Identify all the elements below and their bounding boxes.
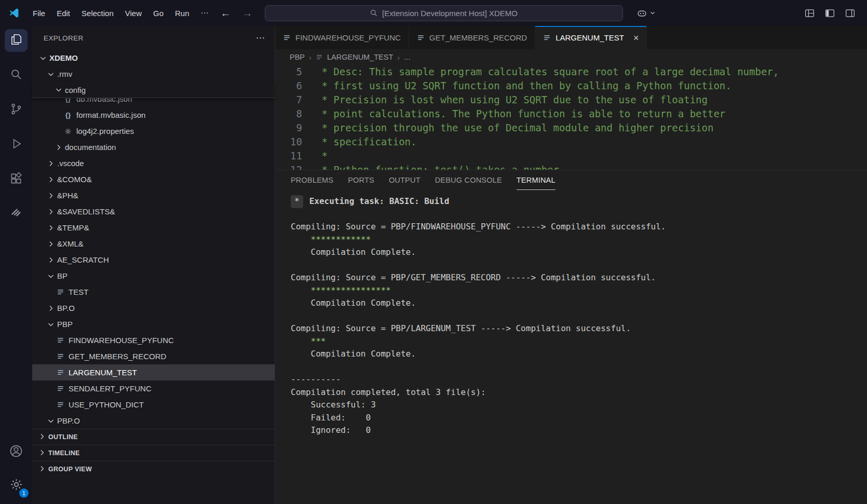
tab-label: LARGENUM_TEST: [556, 33, 624, 42]
tree-item-ae-scratch[interactable]: AE_SCRATCH: [32, 252, 275, 268]
tree-item-config[interactable]: config: [32, 82, 275, 98]
tree-item-findwarehouse-pyfunc[interactable]: FINDWAREHOUSE_PYFUNC: [32, 332, 275, 348]
settings-button[interactable]: 1: [5, 474, 28, 497]
breadcrumb-file[interactable]: LARGENUM_TEST: [327, 53, 393, 61]
panel-tab-terminal[interactable]: TERMINAL: [517, 170, 556, 190]
menubar: FileEditSelectionViewGoRun: [27, 5, 195, 21]
tree-item-db-mvbasic-json[interactable]: {}db.mvbasic.json: [32, 98, 275, 107]
tree-item-vscode[interactable]: .vscode: [32, 155, 275, 171]
code-line: 11 *: [275, 149, 867, 163]
tree-item-get-members-record[interactable]: GET_MEMBERS_RECORD: [32, 348, 275, 364]
editor-tab-get-members-record[interactable]: GET_MEMBERS_RECORD: [409, 26, 535, 49]
code-line: 8 * point calculations. The Python funct…: [275, 107, 867, 121]
tree-item-xml[interactable]: &XML&: [32, 236, 275, 252]
chevron-down-icon: [46, 272, 55, 280]
terminal-line: Compilation Complete.: [291, 297, 867, 310]
extensions-activity-button[interactable]: [5, 168, 28, 191]
tree-item-temp[interactable]: &TEMP&: [32, 220, 275, 236]
tree-item-como[interactable]: &COMO&: [32, 171, 275, 187]
terminal-line: [291, 208, 867, 221]
tree-item-largenum-test[interactable]: LARGENUM_TEST: [32, 364, 275, 380]
terminal[interactable]: *Executing task: BASIC: BuildCompiling: …: [275, 190, 867, 504]
tree-item-xdemo[interactable]: XDEMO: [32, 50, 275, 66]
tree-item-label: SENDALERT_PYFUNC: [69, 384, 152, 393]
chevron-right-icon: [46, 159, 55, 168]
editor-tab-largenum-test[interactable]: LARGENUM_TEST×: [535, 26, 647, 49]
run-debug-activity-button[interactable]: [5, 133, 28, 156]
terminal-line: *Executing task: BASIC: Build: [291, 195, 867, 208]
menu-edit[interactable]: Edit: [51, 5, 76, 21]
code-line: 5 * Desc: This sample program calculates…: [275, 65, 867, 79]
section-outline[interactable]: OUTLINE: [32, 429, 275, 445]
tree-item-label: &SAVEDLISTS&: [57, 207, 115, 216]
account-button[interactable]: [5, 441, 28, 464]
section-timeline[interactable]: TIMELINE: [32, 445, 275, 461]
chevron-right-icon: [46, 224, 55, 232]
code-text: * specification.: [316, 135, 416, 149]
tree-item-label: LARGENUM_TEST: [69, 368, 137, 377]
tree-item-format-mvbasic-json[interactable]: {}format.mvbasic.json: [32, 107, 275, 123]
customize-layout-icon[interactable]: [804, 8, 815, 19]
tree-item-pbp[interactable]: PBP: [32, 316, 275, 332]
mv-file-icon: [56, 288, 65, 296]
tree-item-ph[interactable]: &PH&: [32, 187, 275, 203]
panel-tab-output[interactable]: OUTPUT: [389, 170, 421, 190]
mv-file-icon: [56, 401, 65, 408]
tab-close-icon[interactable]: ×: [633, 33, 639, 43]
json-file-icon: {}: [63, 98, 73, 103]
forward-icon[interactable]: →: [237, 7, 259, 19]
command-center[interactable]: [Extension Development Host] XDEMO: [265, 5, 623, 21]
tree-item-documentation[interactable]: documentation: [32, 139, 275, 155]
breadcrumb-folder[interactable]: PBP: [290, 53, 305, 61]
menu-view[interactable]: View: [119, 5, 147, 21]
mv-file-icon: [316, 53, 323, 61]
menu-file[interactable]: File: [27, 5, 51, 21]
tree-item-test[interactable]: TEST: [32, 284, 275, 300]
search-activity-button[interactable]: [5, 64, 28, 87]
menu-selection[interactable]: Selection: [76, 5, 119, 21]
copilot-button[interactable]: [636, 8, 656, 19]
rocket-mv-activity-button[interactable]: [5, 203, 28, 226]
terminal-line: Compiling: Source = PBP/GET_MEMBERS_RECO…: [291, 271, 867, 284]
explorer-sidebar: EXPLORER ⋯ XDEMO.rmvconfig{}db.mvbasic.j…: [32, 26, 275, 504]
editor-tab-bar: FINDWAREHOUSE_PYFUNCGET_MEMBERS_RECORDLA…: [275, 26, 867, 49]
back-icon[interactable]: ←: [215, 7, 237, 19]
mv-file-icon: [417, 34, 425, 42]
tree-item-pbp-o[interactable]: PBP.O: [32, 413, 275, 429]
panel-tab-problems[interactable]: PROBLEMS: [291, 170, 333, 190]
search-icon: [370, 9, 378, 17]
toggle-sidebar-icon[interactable]: [824, 8, 835, 19]
code-text: * precision through the use of Decimal m…: [316, 121, 713, 135]
breadcrumb-more[interactable]: ...: [404, 53, 410, 61]
tree-item-bp[interactable]: BP: [32, 268, 275, 284]
explorer-activity-button[interactable]: [5, 29, 28, 52]
code-text: *: [316, 149, 328, 163]
menu-go[interactable]: Go: [147, 5, 169, 21]
terminal-line: ****************: [291, 284, 867, 297]
tree-item-savedlists[interactable]: &SAVEDLISTS&: [32, 203, 275, 220]
panel-tab-debug-console[interactable]: DEBUG CONSOLE: [435, 170, 502, 190]
tree-item-bp-o[interactable]: BP.O: [32, 300, 275, 316]
section-group-view[interactable]: GROUP VIEW: [32, 461, 275, 477]
more-menu-button[interactable]: ⋯: [195, 5, 215, 21]
tree-item-sendalert-pyfunc[interactable]: SENDALERT_PYFUNC: [32, 380, 275, 397]
gear-file-icon: [63, 128, 73, 135]
tree-item-label: db.mvbasic.json: [76, 98, 132, 103]
tree-item-label: GET_MEMBERS_RECORD: [69, 352, 166, 361]
task-text: Executing task: BASIC: Build: [309, 196, 450, 206]
tree-item-log4j2-properties[interactable]: log4j2.properties: [32, 123, 275, 139]
vscode-logo: [8, 7, 20, 19]
chevron-right-icon: [38, 448, 46, 458]
section-label: GROUP VIEW: [48, 466, 92, 473]
editor-tab-findwarehouse-pyfunc[interactable]: FINDWAREHOUSE_PYFUNC: [275, 26, 409, 49]
tree-item-label: &PH&: [57, 191, 78, 200]
tree-item-rmv[interactable]: .rmv: [32, 66, 275, 82]
tree-item-use-python-dict[interactable]: USE_PYTHON_DICT: [32, 397, 275, 413]
toggle-secondary-sidebar-icon[interactable]: [845, 8, 856, 19]
menu-run[interactable]: Run: [169, 5, 195, 21]
code-editor[interactable]: 5 * Desc: This sample program calculates…: [275, 65, 867, 170]
rocket-mv-icon: [9, 207, 23, 222]
source-control-activity-button[interactable]: [5, 99, 28, 121]
panel-tab-ports[interactable]: PORTS: [348, 170, 374, 190]
explorer-more-button[interactable]: ⋯: [256, 32, 265, 44]
